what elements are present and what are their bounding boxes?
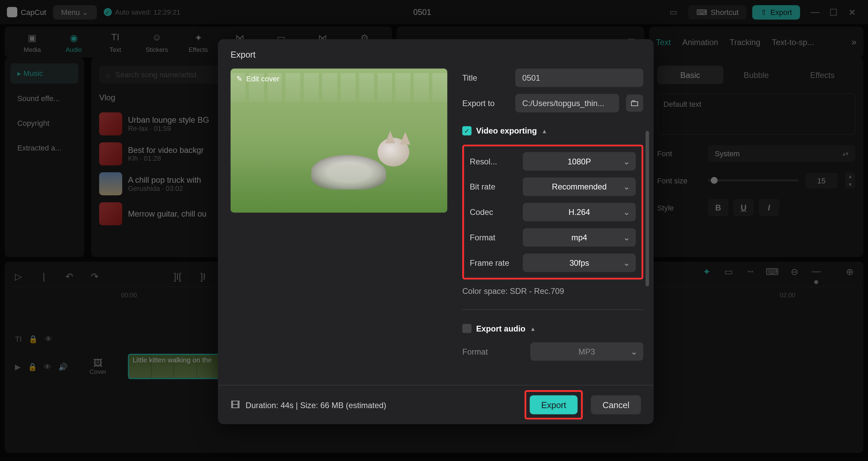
export-confirm-button[interactable]: Export: [530, 395, 578, 414]
exportto-label: Export to: [462, 99, 508, 108]
audio-format-select: MP3: [530, 342, 643, 361]
resolution-select[interactable]: 1080P: [523, 152, 636, 171]
video-export-checkbox[interactable]: ✓: [462, 126, 471, 135]
fps-label: Frame rate: [470, 258, 516, 267]
collapse-icon[interactable]: ▲: [530, 325, 536, 332]
title-input[interactable]: 0501: [515, 68, 643, 87]
pencil-icon: ✎: [236, 74, 243, 83]
codec-select[interactable]: H.264: [523, 203, 636, 221]
resolution-label: Resol...: [470, 157, 516, 166]
modal-title: Export: [218, 39, 654, 66]
film-icon: 🎞: [231, 400, 240, 410]
export-info: 🎞 Duration: 44s | Size: 66 MB (estimated…: [231, 400, 386, 410]
exportto-input[interactable]: C:/Users/topgus_thin...: [515, 94, 619, 112]
export-button-highlight: Export: [525, 390, 583, 420]
cancel-button[interactable]: Cancel: [591, 395, 641, 414]
fps-select[interactable]: 30fps: [523, 254, 636, 272]
export-modal: Export ✎ Edit cover Title 0: [218, 39, 654, 424]
bitrate-label: Bit rate: [470, 182, 516, 191]
cover-preview: ✎ Edit cover: [231, 68, 447, 213]
collapse-icon[interactable]: ▲: [541, 128, 547, 134]
browse-folder-button[interactable]: 🗀: [626, 95, 643, 112]
format-select[interactable]: mp4: [523, 228, 636, 246]
title-field-label: Title: [462, 73, 508, 82]
modal-scrollbar[interactable]: [646, 131, 649, 286]
edit-cover-button[interactable]: ✎ Edit cover: [236, 74, 279, 83]
codec-label: Codec: [470, 207, 516, 217]
audio-export-checkbox[interactable]: [462, 324, 471, 333]
folder-icon: 🗀: [630, 98, 639, 108]
format-label: Format: [470, 233, 516, 242]
video-settings-highlight: Resol...1080P Bit rateRecommended CodecH…: [462, 145, 643, 280]
bitrate-select[interactable]: Recommended: [523, 178, 636, 196]
colorspace-info: Color space: SDR - Rec.709: [462, 286, 643, 296]
audio-format-label: Format: [462, 347, 508, 356]
